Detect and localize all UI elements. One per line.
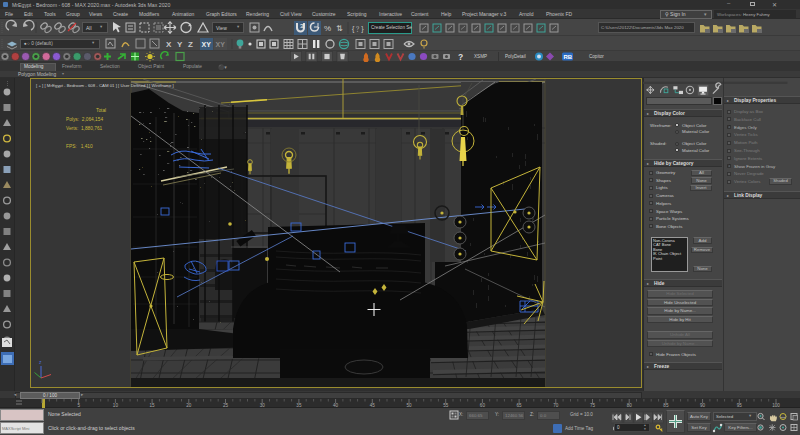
svg-text:X: X: [166, 40, 172, 49]
svg-text:XY: XY: [216, 41, 226, 48]
svg-text:Y: Y: [177, 40, 183, 49]
svg-text:?: ?: [458, 52, 463, 62]
svg-text:XY: XY: [202, 41, 212, 48]
svg-text:RB: RB: [564, 54, 573, 60]
svg-text:{﹖}: {﹖}: [352, 25, 364, 33]
svg-text:⇅: ⇅: [336, 24, 343, 33]
svg-text:%: %: [324, 24, 331, 33]
svg-text:Z: Z: [188, 40, 193, 49]
